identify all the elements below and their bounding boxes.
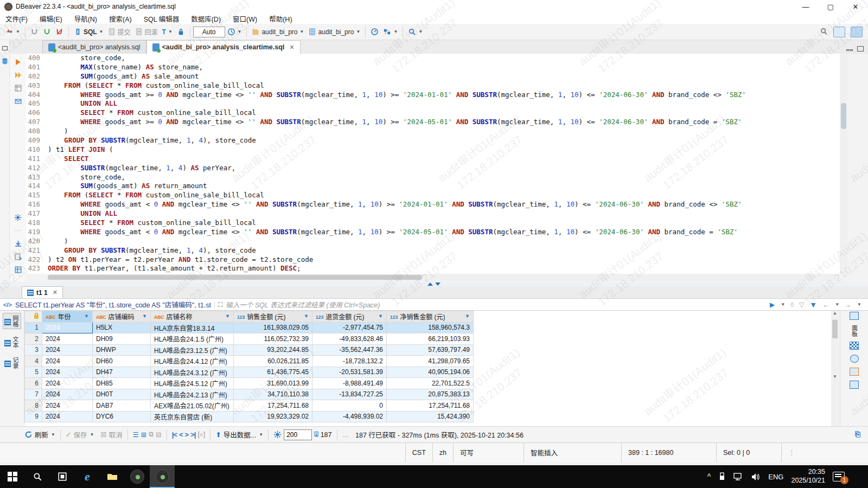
code-line-402[interactable]: 402 SUM(goods_amt) AS sale_amount — [26, 72, 840, 81]
new-connection-button[interactable]: ▼ — [3, 27, 22, 37]
code-line-405[interactable]: 405 UNION ALL — [26, 99, 840, 108]
code-line-417[interactable]: 417 UNION ALL — [26, 209, 840, 219]
cell-r9-c3[interactable]: 19,923,329.02 — [234, 411, 312, 422]
add-row-icon[interactable]: ⊞ — [141, 431, 146, 439]
code-line-407[interactable]: 407 WHERE goods_amt >= 0 AND mgclear_tim… — [26, 118, 840, 127]
minimize-button[interactable]: — — [793, 0, 818, 13]
table-row-9[interactable]: 92024DYC6英氏京东自营店 (新)19,923,329.02-4,498,… — [25, 411, 474, 422]
cell-r5-c0[interactable]: 2024 — [42, 367, 93, 378]
settings-gear-icon[interactable] — [13, 213, 23, 222]
sash-up-icon[interactable] — [427, 282, 433, 286]
column-header-0[interactable]: ABC年份▼ — [42, 311, 93, 323]
network-icon[interactable] — [733, 473, 743, 481]
cell-r1-c0[interactable]: 2024 — [42, 322, 93, 333]
cell-r6-c0[interactable]: 2024 — [42, 378, 93, 389]
cell-r6-c5[interactable]: 22,701,522.5 — [387, 378, 474, 389]
grid-icon[interactable] — [13, 265, 23, 274]
results-tab-t1[interactable]: t1 1 ✕ — [22, 286, 63, 298]
next-row-button[interactable]: > — [185, 431, 189, 439]
menu-item-1[interactable]: 编辑(E) — [40, 14, 62, 24]
fetch-all-icon[interactable]: ⍗ — [314, 431, 318, 439]
cell-r5-c5[interactable]: 40,905,194.06 — [387, 367, 474, 378]
cell-r5-c3[interactable]: 61,436,775.45 — [234, 367, 312, 378]
menu-item-5[interactable]: 数据库(D) — [191, 14, 221, 24]
results-vertical-scrollbar-thumb[interactable] — [832, 320, 838, 338]
cell-r7-c2[interactable]: HLA唯品会24.2.13 (广州) — [151, 389, 234, 400]
sql-code-editor[interactable]: 400 store_code,401 MAX(store_name) AS st… — [26, 54, 840, 274]
cell-r6-c4[interactable]: -8,988,491.49 — [312, 378, 387, 389]
app-icon-1[interactable] — [125, 465, 150, 488]
code-line-420[interactable]: 420 ) — [26, 237, 840, 246]
code-line-403[interactable]: 403 FROM (SELECT * FROM custom_online_sa… — [26, 81, 840, 91]
column-filter-icon[interactable]: ▼ — [378, 313, 383, 319]
dbeaver-perspective-icon[interactable] — [851, 27, 863, 37]
quick-search-icon[interactable] — [820, 27, 828, 37]
tab-analysis-cleartime-sql[interactable]: <audit_bi_pro> analysis_cleartime.sql ✕ — [146, 40, 301, 54]
transaction-mode-button[interactable]: T▼ — [160, 27, 175, 37]
save-file-icon[interactable] — [13, 252, 23, 261]
code-line-400[interactable]: 400 store_code, — [26, 54, 840, 63]
menu-item-4[interactable]: SQL 编辑器 — [144, 14, 180, 24]
results-view-tab-2[interactable]: 记录 — [3, 355, 21, 370]
cell-r1-c1[interactable]: H5LX — [93, 322, 151, 333]
database-navigator-icon[interactable] — [0, 56, 10, 66]
cell-r4-c0[interactable]: 2024 — [42, 356, 93, 367]
editor-vertical-scrollbar[interactable] — [840, 54, 847, 274]
dashboard-icon[interactable] — [368, 27, 381, 37]
editor-results-sash[interactable] — [0, 282, 868, 286]
explain-plan-icon[interactable] — [13, 83, 23, 93]
code-line-418[interactable]: 418 SELECT * FROM custom_online_sale_bil… — [26, 219, 840, 228]
menu-item-6[interactable]: 窗口(W) — [233, 14, 257, 24]
filter-icon[interactable]: ▼ — [809, 300, 817, 309]
menu-item-0[interactable]: 文件(F) — [5, 14, 28, 24]
history-forward-icon[interactable]: → — [845, 301, 851, 309]
column-filter-icon[interactable]: ▼ — [84, 313, 89, 319]
maximize-button[interactable]: ▢ — [818, 0, 843, 13]
editor-horizontal-scrollbar-thumb[interactable] — [48, 275, 422, 280]
cell-r6-c1[interactable]: DH85 — [93, 378, 151, 389]
results-view-tab-0[interactable]: 网格 — [3, 313, 21, 329]
history-back-icon[interactable]: ← — [822, 301, 829, 309]
cell-r7-c5[interactable]: 20,875,383.13 — [387, 389, 474, 400]
disconnect-icon[interactable] — [53, 27, 66, 37]
row-number[interactable]: 9 — [25, 411, 42, 422]
cell-r2-c5[interactable]: 66,219,103.93 — [387, 333, 474, 345]
cell-r8-c4[interactable]: 0 — [312, 400, 387, 412]
code-line-421[interactable]: 421 GROUP BY SUBSTR(mgclear_time, 1, 4),… — [26, 246, 840, 255]
table-row-1[interactable]: 12024H5LXHLA京东自营18.3.14161,938,029.05-2,… — [25, 322, 474, 333]
cell-r8-c3[interactable]: 17,254,711.68 — [234, 400, 312, 412]
open-perspective-icon[interactable] — [833, 27, 845, 37]
cell-r8-c0[interactable]: 2024 — [42, 400, 93, 412]
refresh-icon[interactable] — [24, 431, 33, 439]
cell-r9-c0[interactable]: 2024 — [42, 411, 93, 422]
rollback-button[interactable]: 回滚 — [133, 26, 160, 37]
database-selector[interactable]: audit_bi_pro ▼ — [306, 27, 362, 37]
action-center-icon[interactable]: 1 — [833, 472, 845, 481]
value-viewer-icon[interactable] — [850, 342, 859, 350]
row-number[interactable]: 6 — [25, 378, 42, 389]
export-result-icon[interactable] — [13, 96, 23, 106]
menu-item-3[interactable]: 搜索(A) — [109, 14, 132, 24]
row-number[interactable]: 5 — [25, 367, 42, 378]
column-filter-icon[interactable]: ▼ — [225, 313, 230, 319]
delete-row-icon[interactable]: ⊟ — [156, 431, 161, 439]
row-number[interactable]: 3 — [25, 344, 42, 356]
row-number[interactable]: 4 — [25, 356, 42, 367]
table-row-2[interactable]: 22024DH09HLA唯品会24.1.5 (广州)116,052,732.39… — [25, 333, 474, 345]
cell-r3-c4[interactable]: -35,562,447.36 — [312, 344, 387, 356]
usb-icon[interactable] — [718, 472, 726, 481]
cell-r4-c5[interactable]: 41,298,079.65 — [387, 356, 474, 367]
search-button[interactable]: ▼ — [406, 27, 425, 37]
row-number[interactable]: 1 — [25, 322, 42, 333]
cell-r9-c5[interactable]: 15,424,390 — [387, 411, 474, 422]
code-line-404[interactable]: 404 WHERE goods_amt >= 0 AND mgclear_tim… — [26, 91, 840, 100]
cell-r2-c2[interactable]: HLA唯品会24.1.5 (广州) — [151, 333, 234, 345]
dbeaver-taskbar-icon[interactable] — [150, 465, 175, 488]
column-header-4[interactable]: 123退货金额 (元)▼ — [312, 311, 387, 323]
cell-r1-c3[interactable]: 161,938,029.05 — [234, 322, 312, 333]
column-header-3[interactable]: 123销售金额 (元)▼ — [234, 311, 312, 323]
cell-r8-c1[interactable]: DAB7 — [93, 400, 151, 412]
speaker-icon[interactable] — [751, 473, 761, 481]
cell-r4-c4[interactable]: -18,728,132.2 — [312, 356, 387, 367]
connection-selector[interactable]: audit_bi_pro ▼ — [250, 27, 306, 37]
